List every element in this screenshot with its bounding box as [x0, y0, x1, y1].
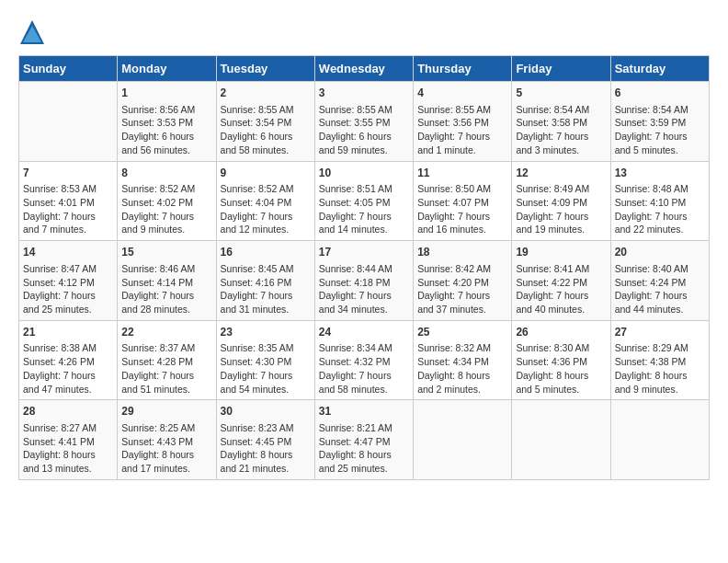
cell-content: Sunrise: 8:29 AMSunset: 4:38 PMDaylight:… [615, 341, 705, 396]
day-number: 12 [516, 166, 606, 181]
cell-content: Sunrise: 8:55 AMSunset: 3:56 PMDaylight:… [417, 103, 507, 157]
header-cell-saturday: Saturday [610, 56, 709, 82]
day-number: 5 [516, 86, 606, 101]
cell-content: Sunrise: 8:53 AMSunset: 4:01 PMDaylight:… [23, 182, 113, 236]
day-number: 18 [417, 245, 507, 260]
calendar-cell: 28Sunrise: 8:27 AMSunset: 4:41 PMDayligh… [19, 400, 118, 480]
calendar-cell: 1Sunrise: 8:56 AMSunset: 3:53 PMDaylight… [118, 82, 216, 162]
calendar-cell: 24Sunrise: 8:34 AMSunset: 4:32 PMDayligh… [314, 320, 413, 400]
header-row: SundayMondayTuesdayWednesdayThursdayFrid… [19, 56, 710, 82]
day-number: 8 [121, 166, 211, 181]
cell-content: Sunrise: 8:38 AMSunset: 4:26 PMDaylight:… [23, 341, 113, 396]
calendar-body: 1Sunrise: 8:56 AMSunset: 3:53 PMDaylight… [19, 82, 710, 480]
calendar-cell: 23Sunrise: 8:35 AMSunset: 4:30 PMDayligh… [216, 320, 314, 400]
cell-content: Sunrise: 8:44 AMSunset: 4:18 PMDaylight:… [319, 262, 409, 316]
calendar-cell: 25Sunrise: 8:32 AMSunset: 4:34 PMDayligh… [414, 320, 512, 400]
day-number: 13 [615, 166, 705, 181]
cell-content: Sunrise: 8:46 AMSunset: 4:14 PMDaylight:… [121, 262, 211, 316]
cell-content: Sunrise: 8:54 AMSunset: 3:59 PMDaylight:… [615, 103, 705, 157]
week-row-5: 28Sunrise: 8:27 AMSunset: 4:41 PMDayligh… [19, 400, 710, 480]
calendar-cell: 9Sunrise: 8:52 AMSunset: 4:04 PMDaylight… [216, 161, 314, 241]
day-number: 19 [516, 245, 606, 260]
day-number: 30 [221, 404, 311, 419]
header-cell-wednesday: Wednesday [314, 56, 413, 82]
calendar-cell: 18Sunrise: 8:42 AMSunset: 4:20 PMDayligh… [414, 241, 512, 321]
cell-content: Sunrise: 8:52 AMSunset: 4:04 PMDaylight:… [221, 182, 311, 236]
cell-content: Sunrise: 8:56 AMSunset: 3:53 PMDaylight:… [121, 103, 211, 157]
cell-content: Sunrise: 8:49 AMSunset: 4:09 PMDaylight:… [516, 182, 606, 236]
cell-content: Sunrise: 8:23 AMSunset: 4:45 PMDaylight:… [221, 421, 311, 476]
day-number: 6 [615, 86, 705, 101]
calendar-cell: 29Sunrise: 8:25 AMSunset: 4:43 PMDayligh… [118, 400, 216, 480]
cell-content: Sunrise: 8:27 AMSunset: 4:41 PMDaylight:… [23, 421, 113, 476]
calendar-cell: 17Sunrise: 8:44 AMSunset: 4:18 PMDayligh… [314, 241, 413, 321]
calendar-cell: 19Sunrise: 8:41 AMSunset: 4:22 PMDayligh… [512, 241, 610, 321]
cell-content: Sunrise: 8:52 AMSunset: 4:02 PMDaylight:… [121, 182, 211, 236]
calendar-header: SundayMondayTuesdayWednesdayThursdayFrid… [19, 56, 710, 82]
calendar-cell [610, 400, 709, 480]
calendar-cell: 4Sunrise: 8:55 AMSunset: 3:56 PMDaylight… [414, 82, 512, 162]
cell-content: Sunrise: 8:25 AMSunset: 4:43 PMDaylight:… [121, 421, 211, 476]
week-row-3: 14Sunrise: 8:47 AMSunset: 4:12 PMDayligh… [19, 241, 710, 321]
header-cell-friday: Friday [512, 56, 610, 82]
cell-content: Sunrise: 8:51 AMSunset: 4:05 PMDaylight:… [319, 182, 409, 236]
calendar-cell [19, 82, 118, 162]
day-number: 22 [121, 325, 211, 340]
day-number: 29 [121, 404, 211, 419]
calendar-cell: 31Sunrise: 8:21 AMSunset: 4:47 PMDayligh… [314, 400, 413, 480]
calendar-cell: 26Sunrise: 8:30 AMSunset: 4:36 PMDayligh… [512, 320, 610, 400]
calendar-cell: 14Sunrise: 8:47 AMSunset: 4:12 PMDayligh… [19, 241, 118, 321]
calendar-cell: 27Sunrise: 8:29 AMSunset: 4:38 PMDayligh… [610, 320, 709, 400]
calendar-cell: 6Sunrise: 8:54 AMSunset: 3:59 PMDaylight… [610, 82, 709, 162]
day-number: 31 [319, 404, 409, 419]
cell-content: Sunrise: 8:30 AMSunset: 4:36 PMDaylight:… [516, 341, 606, 396]
cell-content: Sunrise: 8:37 AMSunset: 4:28 PMDaylight:… [121, 341, 211, 396]
cell-content: Sunrise: 8:50 AMSunset: 4:07 PMDaylight:… [417, 182, 507, 236]
cell-content: Sunrise: 8:41 AMSunset: 4:22 PMDaylight:… [516, 262, 606, 316]
header-cell-tuesday: Tuesday [216, 56, 314, 82]
day-number: 27 [615, 325, 705, 340]
day-number: 9 [221, 166, 311, 181]
cell-content: Sunrise: 8:54 AMSunset: 3:58 PMDaylight:… [516, 103, 606, 157]
cell-content: Sunrise: 8:42 AMSunset: 4:20 PMDaylight:… [417, 262, 507, 316]
day-number: 1 [121, 86, 211, 101]
calendar-cell: 22Sunrise: 8:37 AMSunset: 4:28 PMDayligh… [118, 320, 216, 400]
calendar-table: SundayMondayTuesdayWednesdayThursdayFrid… [18, 55, 710, 480]
calendar-cell: 7Sunrise: 8:53 AMSunset: 4:01 PMDaylight… [19, 161, 118, 241]
week-row-4: 21Sunrise: 8:38 AMSunset: 4:26 PMDayligh… [19, 320, 710, 400]
day-number: 23 [221, 325, 311, 340]
cell-content: Sunrise: 8:47 AMSunset: 4:12 PMDaylight:… [23, 262, 113, 316]
day-number: 10 [319, 166, 409, 181]
week-row-1: 1Sunrise: 8:56 AMSunset: 3:53 PMDaylight… [19, 82, 710, 162]
day-number: 20 [615, 245, 705, 260]
day-number: 11 [417, 166, 507, 181]
day-number: 21 [23, 325, 113, 340]
calendar-cell: 10Sunrise: 8:51 AMSunset: 4:05 PMDayligh… [314, 161, 413, 241]
cell-content: Sunrise: 8:48 AMSunset: 4:10 PMDaylight:… [615, 182, 705, 236]
calendar-cell [512, 400, 610, 480]
logo-icon [18, 18, 46, 46]
calendar-cell: 20Sunrise: 8:40 AMSunset: 4:24 PMDayligh… [610, 241, 709, 321]
day-number: 16 [221, 245, 311, 260]
calendar-cell: 30Sunrise: 8:23 AMSunset: 4:45 PMDayligh… [216, 400, 314, 480]
calendar-cell [414, 400, 512, 480]
day-number: 3 [319, 86, 409, 101]
calendar-cell: 21Sunrise: 8:38 AMSunset: 4:26 PMDayligh… [19, 320, 118, 400]
cell-content: Sunrise: 8:32 AMSunset: 4:34 PMDaylight:… [417, 341, 507, 396]
logo [18, 18, 50, 46]
calendar-cell: 13Sunrise: 8:48 AMSunset: 4:10 PMDayligh… [610, 161, 709, 241]
day-number: 7 [23, 166, 113, 181]
cell-content: Sunrise: 8:55 AMSunset: 3:55 PMDaylight:… [319, 103, 409, 157]
day-number: 25 [417, 325, 507, 340]
page-header [18, 18, 710, 46]
day-number: 28 [23, 404, 113, 419]
day-number: 15 [121, 245, 211, 260]
calendar-cell: 2Sunrise: 8:55 AMSunset: 3:54 PMDaylight… [216, 82, 314, 162]
calendar-cell: 3Sunrise: 8:55 AMSunset: 3:55 PMDaylight… [314, 82, 413, 162]
cell-content: Sunrise: 8:45 AMSunset: 4:16 PMDaylight:… [221, 262, 311, 316]
calendar-cell: 8Sunrise: 8:52 AMSunset: 4:02 PMDaylight… [118, 161, 216, 241]
calendar-cell: 12Sunrise: 8:49 AMSunset: 4:09 PMDayligh… [512, 161, 610, 241]
header-cell-sunday: Sunday [19, 56, 118, 82]
day-number: 4 [417, 86, 507, 101]
day-number: 14 [23, 245, 113, 260]
